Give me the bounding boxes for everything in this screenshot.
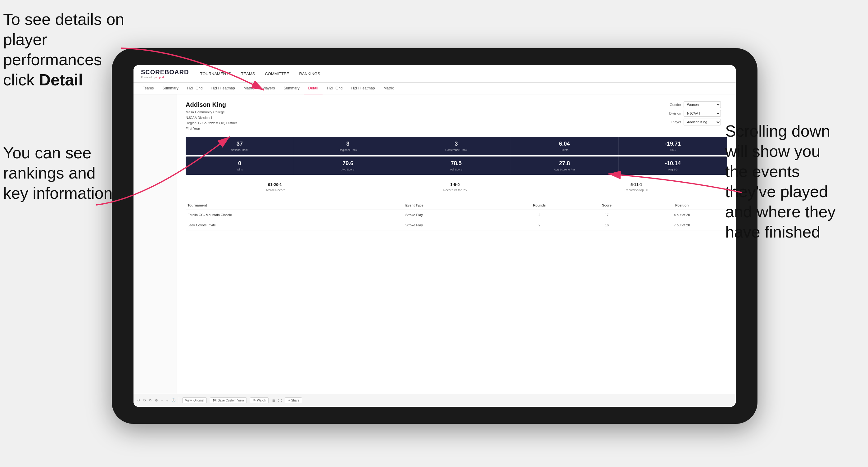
stat-avg-score: 79.6 Avg Score [294,156,402,175]
stat-adj-score-label: Adj Score [405,168,508,171]
plus-icon[interactable]: + [166,399,168,402]
score-2: 16 [577,220,637,230]
stat-sos-label: SoS [621,148,724,152]
record-top25: 1-5-0 Record vs top 25 [443,182,467,192]
save-custom-button[interactable]: 💾 Save Custom View [210,398,247,403]
sub-nav-summary[interactable]: Summary [158,83,183,94]
annotation-bottom-left: You can seerankings andkey information [3,143,121,204]
stat-regional-rank-value: 3 [297,141,400,147]
nav-teams[interactable]: TEAMS [241,70,255,77]
stat-wins-label: Wins [188,168,291,171]
stat-points: 6.04 Points [510,137,619,155]
player-year: First Year [186,126,237,132]
col-rounds: Rounds [502,201,577,210]
player-division: NJCAA Division 1 [186,115,237,121]
stat-national-rank: 37 National Rank [186,137,294,155]
sub-nav-h2h-heatmap2[interactable]: H2H Heatmap [347,83,379,94]
annotation-detail-bold: Detail [39,71,83,89]
sub-nav-h2h-grid[interactable]: H2H Grid [183,83,207,94]
sub-nav-summary2[interactable]: Summary [279,83,304,94]
player-filter-row: Player Addison King [665,119,727,125]
sub-nav-matrix2[interactable]: Matrix [379,83,398,94]
left-sidebar [133,94,177,394]
redo-icon[interactable]: ↻ [143,398,146,402]
save-custom-label: Save Custom View [218,399,244,402]
division-select[interactable]: NJCAA I [684,110,721,117]
event-type-1: Stroke Play [404,210,502,220]
player-name: Addison King [186,101,237,108]
tournament-name-2: Lady Coyote Invite [186,220,404,230]
stat-conference-rank: 3 Conference Rank [402,137,511,155]
stat-sos-value: -19.71 [621,141,724,147]
undo-icon[interactable]: ↺ [137,398,140,402]
nav-tournaments[interactable]: TOURNAMENTS [200,70,231,77]
toolbar: ↺ ↻ ⟳ ⚙ − + 🕐 View: Original 💾 Save Cust… [133,394,736,407]
record-top25-value: 1-5-0 [443,182,467,187]
sub-nav-players[interactable]: Players [258,83,279,94]
nav-rankings[interactable]: RANKINGS [299,70,320,77]
annotation-right: Scrolling downwill show youthe eventsthe… [725,121,862,242]
sub-nav-teams[interactable]: Teams [138,83,158,94]
col-score: Score [577,201,637,210]
view-original-button[interactable]: View: Original [182,398,207,403]
stat-regional-rank: 3 Regional Rank [294,137,402,155]
stat-avg-score-par-value: 27.8 [513,160,616,167]
stat-conference-rank-value: 3 [405,141,508,147]
nav-committee[interactable]: COMMITTEE [265,70,289,77]
save-icon: 💾 [213,399,216,402]
settings-icon[interactable]: ⚙ [155,398,158,402]
player-select[interactable]: Addison King [684,119,721,125]
stat-adj-score-value: 78.5 [405,160,508,167]
player-school: Mesa Community College [186,110,237,115]
stat-conference-rank-label: Conference Rank [405,148,508,152]
sub-nav: Teams Summary H2H Grid H2H Heatmap Matri… [133,83,736,94]
tablet-screen: SCOREBOARD Powered by clippd TOURNAMENTS… [133,65,736,407]
stat-avg-score-par: 27.8 Avg Score to Par [510,156,619,175]
gender-select[interactable]: Women [684,101,721,108]
minus-icon[interactable]: − [161,399,163,402]
separator [179,398,179,404]
tablet-frame: SCOREBOARD Powered by clippd TOURNAMENTS… [112,48,757,424]
refresh-icon[interactable]: ⟳ [149,398,152,402]
stat-avg-score-label: Avg Score [297,168,400,171]
record-top25-label: Record vs top 25 [443,188,467,192]
main-content: Addison King Mesa Community College NJCA… [133,94,736,394]
stat-points-label: Points [513,148,616,152]
sub-nav-h2h-heatmap[interactable]: H2H Heatmap [207,83,239,94]
player-info: Addison King Mesa Community College NJCA… [186,101,237,131]
expand-icon[interactable]: ⛶ [278,399,282,402]
position-1: 4 out of 20 [637,210,727,220]
share-icon: ↗ [287,399,290,402]
stat-avg-sg: -10.14 Avg SG [619,156,727,175]
table-row: Lady Coyote Invite Stroke Play 2 16 7 ou… [186,220,727,230]
stat-wins-value: 0 [188,160,291,167]
watch-button[interactable]: 👁 Watch [250,398,269,403]
stat-avg-sg-value: -10.14 [621,160,724,167]
stat-points-value: 6.04 [513,141,616,147]
share-button[interactable]: ↗ Share [285,398,302,403]
stat-national-rank-value: 37 [188,141,291,147]
clock-icon[interactable]: 🕐 [172,398,176,402]
stat-sos: -19.71 SoS [619,137,727,155]
share-label: Share [291,399,300,402]
tournament-table: Tournament Event Type Rounds Score Posit… [186,201,727,230]
score-1: 17 [577,210,637,220]
player-header: Addison King Mesa Community College NJCA… [186,101,727,131]
stat-regional-rank-label: Regional Rank [297,148,400,152]
record-top50-value: 5-11-1 [625,182,648,187]
screen-icon[interactable]: 🖥 [272,399,275,402]
sub-nav-detail[interactable]: Detail [304,83,323,94]
record-top50: 5-11-1 Record vs top 50 [625,182,648,192]
record-overall-value: 91-20-1 [265,182,285,187]
player-region: Region 1 - Southwest (18) District [186,121,237,126]
stat-wins: 0 Wins [186,156,294,175]
player-label: Player [665,120,681,124]
logo-area: SCOREBOARD Powered by clippd [141,69,189,79]
stats-row-1: 37 National Rank 3 Regional Rank 3 Confe… [186,137,727,155]
content-area: Addison King Mesa Community College NJCA… [177,94,736,394]
sub-nav-h2h-grid2[interactable]: H2H Grid [322,83,347,94]
logo-text: SCOREBOARD [141,69,189,76]
table-row: Estella CC- Mountain Classic Stroke Play… [186,210,727,220]
sub-nav-matrix[interactable]: Matrix [239,83,258,94]
eye-icon: 👁 [253,399,256,402]
